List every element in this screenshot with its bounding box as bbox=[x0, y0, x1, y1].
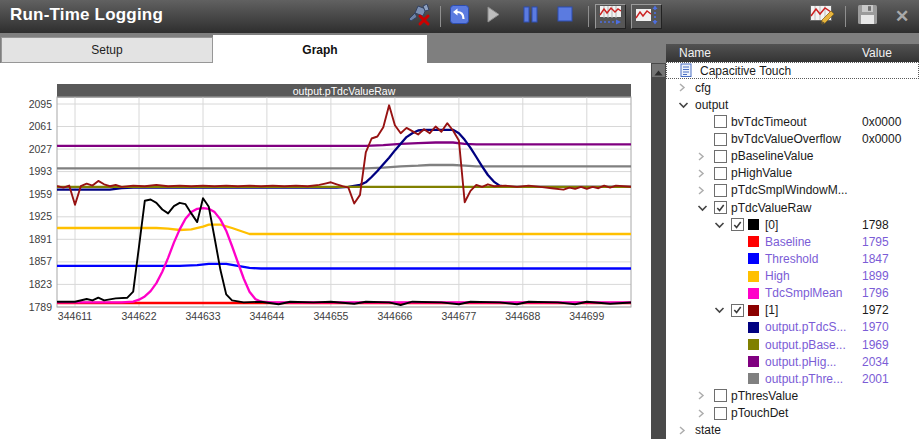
tree-row[interactable]: output.pBase...1969 bbox=[666, 336, 919, 353]
series-checkbox[interactable] bbox=[714, 407, 727, 420]
save-icon bbox=[857, 4, 878, 29]
tree-row-label: [1] bbox=[765, 303, 778, 317]
close-button[interactable]: ✕ bbox=[890, 4, 914, 28]
tab-setup[interactable]: Setup bbox=[1, 37, 213, 63]
tree-row[interactable]: pHighValue bbox=[666, 165, 919, 182]
tree-row[interactable]: pTdcValueRaw bbox=[666, 199, 919, 216]
runtime-logging-window: Run-Time Logging bbox=[0, 0, 919, 439]
tree-row[interactable]: pThresValue bbox=[666, 387, 919, 404]
x-tick-label: 344666 bbox=[377, 310, 412, 322]
window-title: Run-Time Logging bbox=[10, 5, 163, 25]
tree-column-value[interactable]: Value bbox=[862, 46, 892, 60]
tree-row[interactable]: [0]1798 bbox=[666, 216, 919, 233]
pause-button[interactable] bbox=[520, 6, 540, 26]
y-tick-label: 2027 bbox=[29, 143, 53, 155]
title-bar: Run-Time Logging bbox=[0, 0, 919, 33]
chevron-down-icon[interactable] bbox=[697, 204, 714, 212]
series-checkbox[interactable] bbox=[714, 150, 727, 163]
chevron-right-icon[interactable] bbox=[678, 425, 695, 436]
tab-graph-label: Graph bbox=[302, 43, 337, 57]
tree-header: Name Value bbox=[666, 44, 919, 62]
tree-row[interactable]: output.pTdcS...1970 bbox=[666, 319, 919, 336]
tree-row[interactable]: Threshold1847 bbox=[666, 250, 919, 267]
graph-vertical-scrollbar[interactable] bbox=[651, 63, 666, 439]
tree-row[interactable]: pTouchDet bbox=[666, 405, 919, 422]
x-tick-label: 344622 bbox=[121, 310, 156, 322]
chevron-right-icon[interactable] bbox=[697, 390, 714, 401]
tree-row[interactable]: output bbox=[666, 96, 919, 113]
tree-row[interactable]: output.pHig...2034 bbox=[666, 353, 919, 370]
series-checkbox[interactable] bbox=[731, 304, 744, 317]
stop-button[interactable] bbox=[556, 7, 574, 25]
tree-row[interactable]: [1]1972 bbox=[666, 302, 919, 319]
chevron-right-icon[interactable] bbox=[697, 168, 714, 179]
tree-row-label: High bbox=[765, 269, 790, 283]
tree-row-value: 1796 bbox=[862, 286, 889, 300]
chevron-down-icon[interactable] bbox=[714, 306, 731, 314]
tree-row-label: output bbox=[695, 98, 728, 112]
tree-row[interactable]: bvTdcValueOverflow0x0000 bbox=[666, 131, 919, 148]
tab-graph[interactable]: Graph bbox=[213, 35, 427, 64]
pan-graph-horizontal-button[interactable] bbox=[595, 4, 626, 29]
y-tick-label: 2061 bbox=[29, 120, 53, 132]
chevron-down-icon[interactable] bbox=[678, 101, 695, 109]
save-button[interactable] bbox=[855, 5, 879, 28]
chevron-right-icon[interactable] bbox=[697, 408, 714, 419]
series-checkbox[interactable] bbox=[731, 218, 744, 231]
watch-tree-panel: Name Value Capacitive TouchcfgoutputbvTd… bbox=[666, 33, 919, 439]
chevron-right-icon[interactable] bbox=[678, 82, 695, 93]
chevron-right-icon[interactable] bbox=[697, 151, 714, 162]
y-tick-label: 2095 bbox=[29, 98, 53, 110]
tree-row[interactable]: Baseline1795 bbox=[666, 233, 919, 250]
tree-row-value: 1847 bbox=[862, 252, 889, 266]
tree-row[interactable]: High1899 bbox=[666, 268, 919, 285]
tree-row[interactable]: TdcSmplMean1796 bbox=[666, 285, 919, 302]
tree-row-value: 1972 bbox=[862, 303, 889, 317]
tree-rows: Capacitive TouchcfgoutputbvTdcTimeout0x0… bbox=[666, 62, 919, 439]
play-icon bbox=[486, 6, 501, 27]
plot-border bbox=[57, 97, 631, 307]
play-button[interactable] bbox=[484, 6, 502, 26]
graph-svg[interactable]: output.pTdcValueRaw209520612027199319591… bbox=[0, 63, 651, 439]
edit-graph-button[interactable] bbox=[808, 4, 838, 29]
tree-row[interactable]: bvTdcTimeout0x0000 bbox=[666, 113, 919, 130]
tab-setup-label: Setup bbox=[91, 43, 122, 57]
series-checkbox[interactable] bbox=[714, 167, 727, 180]
y-tick-label: 1789 bbox=[29, 301, 53, 313]
x-tick-label: 344688 bbox=[505, 310, 540, 322]
x-tick-label: 344699 bbox=[569, 310, 604, 322]
chevron-right-icon[interactable] bbox=[697, 185, 714, 196]
color-swatch bbox=[748, 271, 759, 282]
y-tick-label: 1823 bbox=[29, 278, 53, 290]
series-checkbox[interactable] bbox=[714, 184, 727, 197]
color-swatch bbox=[748, 288, 759, 299]
toolbar-separator bbox=[588, 6, 589, 27]
tree-row[interactable]: cfg bbox=[666, 79, 919, 96]
tree-row[interactable]: state bbox=[666, 422, 919, 439]
tree-row-label: output.pHig... bbox=[765, 355, 836, 369]
tree-row-value: 1798 bbox=[862, 218, 889, 232]
chevron-down-icon[interactable] bbox=[714, 221, 731, 229]
scroll-up-button[interactable] bbox=[652, 64, 665, 77]
series-checkbox[interactable] bbox=[714, 389, 727, 402]
tree-row[interactable]: Capacitive Touch bbox=[666, 62, 919, 79]
series-ch1-thres bbox=[58, 165, 634, 168]
disconnect-button[interactable] bbox=[406, 4, 434, 29]
y-tick-label: 1993 bbox=[29, 165, 53, 177]
y-tick-label: 1959 bbox=[29, 188, 53, 200]
tree-row-label: pTouchDet bbox=[731, 406, 788, 420]
tree-row-value: 1795 bbox=[862, 235, 889, 249]
tree-row-label: pTdcValueRaw bbox=[731, 201, 811, 215]
tree-row[interactable]: output.pThre...2001 bbox=[666, 370, 919, 387]
step-back-button[interactable] bbox=[449, 6, 469, 26]
series-checkbox[interactable] bbox=[714, 115, 727, 128]
tree-row-value: 1970 bbox=[862, 320, 889, 334]
color-swatch bbox=[748, 356, 759, 367]
color-swatch bbox=[748, 373, 759, 384]
series-checkbox[interactable] bbox=[714, 201, 727, 214]
tree-row[interactable]: pBaselineValue bbox=[666, 148, 919, 165]
pan-graph-vertical-button[interactable] bbox=[631, 4, 662, 29]
tree-column-name[interactable]: Name bbox=[679, 46, 711, 60]
series-checkbox[interactable] bbox=[714, 133, 727, 146]
tree-row[interactable]: pTdcSmplWindowM... bbox=[666, 182, 919, 199]
